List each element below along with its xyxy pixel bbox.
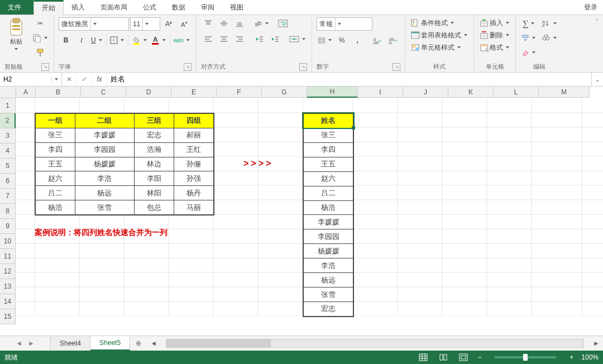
tab-file[interactable]: 文件 [0,0,34,15]
clear-button[interactable] [520,46,537,59]
zoom-in-button[interactable]: + [570,353,573,361]
increase-decimal-button[interactable]: .0.00 [370,34,385,46]
table-cell[interactable]: 李阳 [134,171,174,186]
phonetic-button[interactable]: wén [173,34,192,46]
table-cell[interactable]: 郝丽 [174,128,213,142]
format-as-table-button[interactable]: 套用表格格式 [410,30,469,41]
column-header[interactable]: J [403,87,448,98]
formula-input[interactable] [107,73,598,86]
table-cell[interactable]: 杨浩 [304,200,353,215]
font-size-combo[interactable]: 11 [130,17,160,31]
conditional-formatting-button[interactable]: 条件格式 [410,17,456,28]
horizontal-scrollbar[interactable]: ◄ ► [147,336,603,351]
format-painter-button[interactable] [31,46,49,59]
row-header[interactable]: 14 [0,294,16,309]
table-cell[interactable]: 宏志 [134,128,174,142]
decrease-indent-button[interactable] [252,33,267,45]
view-page-break-button[interactable] [457,352,470,362]
table-cell[interactable]: 李园园 [75,142,134,157]
cell-grid[interactable]: 一组二组三组四组张三李媛媛宏志郝丽李四李园园浩瀚王红王五杨媛媛林边孙俪赵六李浩李… [16,98,603,336]
scroll-left-button[interactable]: ◄ [149,339,158,348]
align-top-button[interactable] [201,17,216,30]
table-header-cell[interactable]: 三组 [134,114,174,128]
column-header[interactable]: M [539,87,590,98]
zoom-level-label[interactable]: 100% [581,353,599,361]
table-cell[interactable]: 杨丹 [174,186,213,200]
font-color-button[interactable]: A [150,34,168,46]
cell-styles-button[interactable]: 单元格样式 [410,42,462,53]
increase-indent-button[interactable] [268,33,283,45]
scroll-track[interactable] [166,339,584,348]
table-header-cell[interactable]: 姓名 [304,114,353,128]
tab-page-layout[interactable]: 页面布局 [93,0,135,15]
table-cell[interactable]: 林边 [134,157,174,171]
table-cell[interactable]: 李浩 [304,258,353,273]
column-header[interactable]: B [36,87,81,98]
align-bottom-button[interactable] [232,17,247,30]
zoom-out-button[interactable]: − [477,353,481,361]
copy-button[interactable] [31,32,49,44]
table-cell[interactable]: 孙俪 [174,157,213,171]
table-cell[interactable]: 赵六 [36,171,75,186]
name-box-input[interactable] [0,75,51,83]
tab-view[interactable]: 视图 [222,0,251,15]
row-header[interactable]: 7 [0,189,16,204]
decrease-decimal-button[interactable]: .00.0 [386,34,400,46]
table-cell[interactable]: 张三 [304,128,353,142]
enter-formula-button[interactable]: ✓ [77,73,92,86]
table-header-cell[interactable]: 二组 [75,114,134,128]
row-header[interactable]: 5 [0,159,16,174]
cancel-formula-button[interactable]: ✕ [62,73,77,86]
row-header[interactable]: 11 [0,249,16,264]
table-cell[interactable]: 孙强 [174,171,213,186]
insert-function-button[interactable]: fx [92,73,107,86]
view-normal-button[interactable] [417,352,429,362]
column-header[interactable]: F [217,87,262,98]
table-cell[interactable]: 张雪 [75,200,134,215]
orientation-button[interactable]: ab [252,17,270,30]
column-header[interactable]: E [171,87,217,98]
column-header[interactable]: G [262,87,307,98]
table-cell[interactable]: 林阳 [134,186,174,200]
table-cell[interactable]: 杨远 [304,273,353,288]
column-header[interactable]: I [358,87,403,98]
tab-insert[interactable]: 插入 [64,0,93,15]
decrease-font-button[interactable]: A▾ [177,18,192,30]
table-cell[interactable]: 李四 [304,142,353,157]
autosum-button[interactable]: ∑ [520,17,537,30]
table-cell[interactable]: 李园园 [304,229,353,244]
table-cell[interactable]: 赵六 [304,171,353,186]
table-cell[interactable]: 吕二 [304,186,353,200]
table-cell[interactable]: 杨媛媛 [304,244,353,258]
row-header[interactable]: 13 [0,279,16,294]
zoom-slider[interactable] [495,356,556,358]
align-right-button[interactable] [232,33,247,45]
login-link[interactable]: 登录 [578,0,603,15]
align-center-button[interactable] [217,33,231,45]
collapse-ribbon-button[interactable]: ˆ [591,15,603,72]
select-all-corner[interactable] [0,87,16,98]
tab-review[interactable]: 审阅 [193,0,222,15]
align-middle-button[interactable] [217,17,231,30]
borders-button[interactable] [109,34,126,46]
row-header[interactable]: 10 [0,234,16,249]
row-header[interactable]: 2 [0,113,16,128]
table-header-cell[interactable]: 一组 [36,114,75,128]
row-header[interactable]: 3 [0,128,16,143]
table-cell[interactable]: 张三 [36,128,75,142]
wrap-text-button[interactable] [276,17,290,30]
row-header[interactable]: 9 [0,219,16,234]
tab-data[interactable]: 数据 [164,0,193,15]
format-cells-button[interactable]: 格式 [478,42,511,53]
paste-button[interactable]: 粘贴 [4,17,28,51]
table-cell[interactable]: 王红 [174,142,213,157]
accounting-format-button[interactable] [317,34,333,46]
column-header[interactable]: L [494,87,539,98]
bold-button[interactable]: B [59,34,73,46]
dialog-launcher-icon[interactable]: ↘ [184,63,192,71]
comma-style-button[interactable]: , [350,34,365,46]
column-header[interactable]: D [126,87,171,98]
table-cell[interactable]: 李浩 [75,171,134,186]
table-cell[interactable]: 李媛媛 [304,215,353,229]
underline-button[interactable]: U [90,34,104,46]
